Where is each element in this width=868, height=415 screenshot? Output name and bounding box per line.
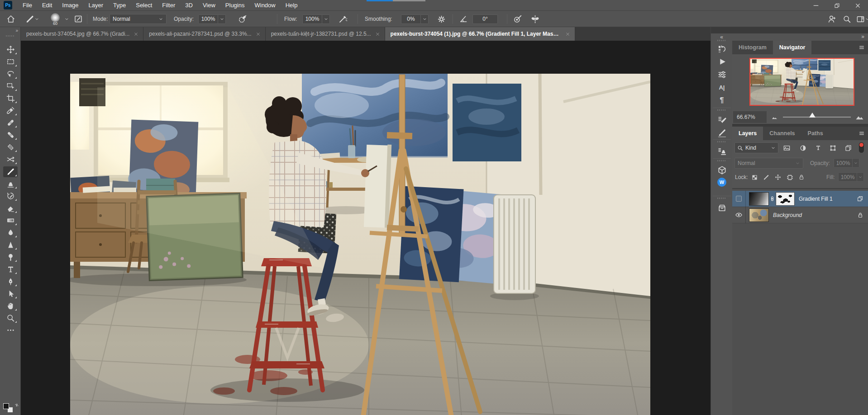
mask-link-icon[interactable] [768,195,776,202]
layer-name[interactable]: Background [773,212,857,218]
document-tab-1[interactable]: pexels-burst-374054.jpg @ 66.7% (Gradi..… [21,27,143,41]
layer-mask-thumbnail[interactable] [776,193,794,205]
blend-mode-select[interactable]: Normal [110,14,167,24]
zoom-in-icon[interactable] [855,113,864,121]
size-pressure-button[interactable] [513,11,522,27]
dock-panel-actions[interactable] [711,56,733,67]
content-aware-move-tool[interactable] [0,153,21,165]
filter-smart-objects-button[interactable] [843,143,854,153]
filter-shape-layers-button[interactable] [827,143,838,153]
swap-colors-icon[interactable] [14,402,19,408]
flow-field[interactable]: 100% [302,14,330,24]
tab-close-icon[interactable] [134,32,138,37]
dock-panel-brushes[interactable] [711,127,733,138]
opacity-pressure-button[interactable] [238,11,247,27]
toolbar-expand-icon[interactable]: » [15,28,18,33]
tool-preset-button[interactable] [25,11,39,27]
workspace-button[interactable] [856,11,868,27]
dock-panel-clone-source[interactable] [711,146,733,156]
crop-tool[interactable] [0,92,21,104]
history-brush-tool[interactable] [0,190,21,202]
brush-size-picker[interactable]: 60 [51,12,60,27]
canvas-pasteboard[interactable] [21,41,711,415]
dock-collapse-button[interactable]: » [861,33,864,40]
zoom-tool[interactable] [0,312,21,324]
brush-picker-chevron[interactable] [64,11,69,27]
navigator-zoom-slider[interactable] [783,117,851,118]
symmetry-button[interactable] [530,11,540,27]
patch-tool[interactable] [0,141,21,153]
close-button[interactable] [847,0,868,11]
tab-close-icon[interactable] [256,32,261,37]
dock-panel-3d[interactable] [711,165,733,175]
tab-histogram[interactable]: Histogram [732,41,773,54]
home-button[interactable] [6,11,15,27]
flow-chevron[interactable] [322,14,330,24]
layer-thumbnail[interactable] [749,209,768,222]
lock-position-button[interactable] [773,173,783,182]
dodge-tool[interactable] [0,251,21,263]
foreground-color-swatch[interactable] [3,403,9,409]
tab-channels[interactable]: Channels [763,127,801,140]
gradient-tool[interactable] [0,214,21,226]
brush-tool[interactable] [0,165,21,178]
eyedropper-tool[interactable] [0,104,21,117]
dock-panel-brush-settings[interactable] [711,114,733,125]
menu-file[interactable]: File [18,0,37,11]
tab-navigator[interactable]: Navigator [773,41,812,54]
filter-adjustment-layers-button[interactable] [797,143,808,153]
lock-pixels-button[interactable] [761,173,771,182]
eraser-tool[interactable] [0,202,21,214]
dock-panel-w-badge[interactable]: W [711,177,733,188]
dock-panel-properties[interactable] [711,69,733,80]
clone-stamp-tool[interactable] [0,178,21,190]
lasso-tool[interactable] [0,68,21,80]
lock-all-button[interactable] [796,173,806,182]
document-canvas[interactable] [70,74,650,415]
brush-angle-button[interactable] [459,11,468,27]
navigator-zoom-value[interactable]: 66.67% [733,111,767,123]
minimize-button[interactable] [806,0,826,11]
share-account-button[interactable] [827,11,836,27]
gradient-fill-thumbnail[interactable] [749,193,768,205]
document-tab-2[interactable]: pexels-ali-pazani-2787341.psd @ 33.3%... [143,27,265,41]
layer-visibility-toggle[interactable] [732,207,746,223]
dock-panel-paragraph[interactable]: ¶ [711,95,733,106]
menu-layer[interactable]: Layer [84,0,109,11]
tab-layers[interactable]: Layers [732,127,763,140]
filter-pixel-layers-button[interactable] [781,143,792,153]
panel-menu-icon[interactable] [858,130,865,137]
menu-window[interactable]: Window [249,0,280,11]
path-selection-tool[interactable] [0,288,21,300]
restore-button[interactable] [826,0,847,11]
blur-tool[interactable] [0,226,21,239]
smoothing-field[interactable]: 0% [401,14,429,24]
menu-3d[interactable]: 3D [180,0,198,11]
menu-help[interactable]: Help [281,0,303,11]
hand-tool[interactable] [0,300,21,312]
airbrush-button[interactable] [339,11,348,27]
layer-filter-kind[interactable]: Kind [734,142,778,153]
healing-brush-tool[interactable] [0,129,21,141]
layer-visibility-toggle[interactable] [732,191,746,207]
layer-filter-toggle[interactable] [859,142,864,153]
toggle-brush-settings-button[interactable] [74,11,83,27]
panel-menu-icon[interactable] [858,44,865,51]
color-swatches[interactable] [0,403,21,415]
slider-thumb[interactable] [809,113,816,118]
menu-filter[interactable]: Filter [157,0,180,11]
spot-healing-tool[interactable] [0,117,21,129]
lock-artboard-button[interactable] [785,173,795,182]
lock-transparency-button[interactable] [749,173,759,182]
marquee-tool[interactable] [0,56,21,68]
layer-name[interactable]: Gradient Fill 1 [799,196,857,202]
angle-field[interactable]: 0° [472,14,498,24]
layer-row-gradient-fill-1[interactable]: Gradient Fill 1 [732,191,868,207]
opacity-chevron[interactable] [218,14,226,24]
menu-view[interactable]: View [198,0,220,11]
document-tab-3[interactable]: pexels-tuấn-kiệt-jr-1382731.psd @ 12.5..… [266,27,385,41]
opacity-field[interactable]: 100% [198,14,226,24]
tab-close-icon[interactable] [565,32,570,37]
dock-panel-character[interactable]: A| [711,82,733,93]
tab-paths[interactable]: Paths [801,127,830,140]
